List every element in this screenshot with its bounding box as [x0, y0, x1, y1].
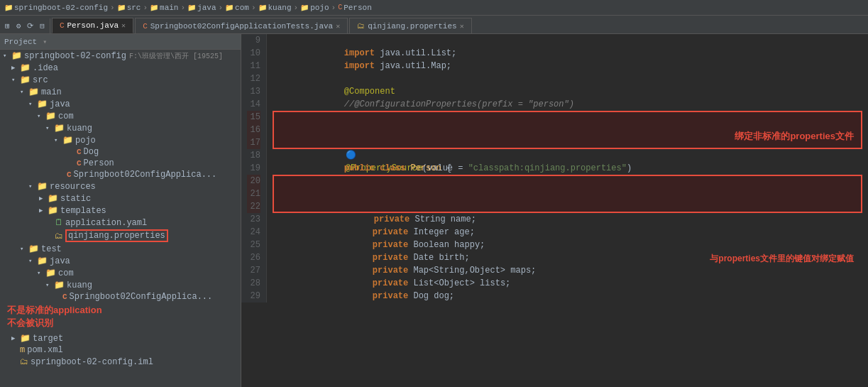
- tree-java[interactable]: ▾ 📁 java: [0, 98, 241, 110]
- tree-person-label: Person: [84, 158, 114, 168]
- project-tree-icon[interactable]: ⊞: [3, 21, 12, 31]
- breadcrumb-bar: 📁 springboot-02-config › 📁 src › 📁 main …: [0, 0, 868, 16]
- main-layout: Project ▾ ▾ 📁 springboot-02-config F:\班级…: [0, 34, 868, 387]
- breadcrumb-root[interactable]: springboot-02-config: [14, 4, 108, 12]
- tree-pojo[interactable]: ▾ 📁 pojo: [0, 134, 241, 146]
- tree-test-springboot[interactable]: ▶ C Springboot02ConfigApplica...: [0, 291, 241, 302]
- collapse-icon[interactable]: ⊟: [38, 21, 47, 31]
- tree-test-com-arrow: ▾: [37, 269, 45, 277]
- tree-title: Project: [4, 38, 37, 46]
- tree-com[interactable]: ▾ 📁 com: [0, 110, 241, 122]
- tree-java-folder-icon: 📁: [37, 99, 48, 109]
- tree-dog[interactable]: ▶ C Dog: [0, 146, 241, 158]
- tree-header: Project ▾: [0, 34, 241, 50]
- code-line-14: 💡: [273, 98, 862, 111]
- annotation-not-recognized-text: 不会被识别: [7, 317, 53, 328]
- tab-prop-close[interactable]: ✕: [460, 22, 464, 31]
- sync-icon[interactable]: ⟳: [25, 21, 35, 31]
- tree-idea[interactable]: ▶ 📁 .idea: [0, 62, 241, 74]
- tab-qinjiang-properties[interactable]: 🗂 qinjiang.properties ✕: [349, 18, 471, 33]
- tree-test-sb-icon: C: [62, 293, 67, 301]
- tree-app-yaml[interactable]: ▶ 🗒 application.yaml: [0, 217, 241, 229]
- tree-test-com[interactable]: ▾ 📁 com: [0, 267, 241, 279]
- tree-yaml-label: application.yaml: [65, 218, 147, 228]
- ln-10: 10: [247, 47, 260, 60]
- tree-root-path: F:\班级管理\西开 [19525]: [129, 51, 223, 61]
- tree-qinjiang-prop[interactable]: ▶ 🗂 qinjiang.properties: [0, 229, 241, 243]
- tab-person-java[interactable]: C Person.java ✕: [52, 18, 133, 33]
- tree-dog-label: Dog: [84, 147, 99, 157]
- tree-test-com-icon: 📁: [45, 268, 56, 278]
- toolbar-icons: ⊞ ⚙ ⟳ ⊟: [0, 18, 50, 33]
- ln-19: 19: [247, 162, 260, 175]
- code-line-12: @Component: [273, 72, 862, 85]
- code-line-20: //SPEL表达式取出配置文件的值: [273, 175, 862, 187]
- tab-tests-icon: C: [143, 22, 148, 31]
- tree-target[interactable]: ▶ 📁 target: [0, 332, 241, 344]
- tree-test-java[interactable]: ▾ 📁 java: [0, 255, 241, 267]
- tree-static-label: static: [60, 194, 91, 204]
- breadcrumb-pojo-icon: 📁: [300, 4, 309, 12]
- code-editor[interactable]: 9 10 11 12 13 14 15 16 17 18 19 20 21 22: [241, 34, 868, 302]
- breadcrumb-person[interactable]: Person: [344, 4, 372, 12]
- tree-root[interactable]: ▾ 📁 springboot-02-config F:\班级管理\西开 [195…: [0, 50, 241, 62]
- ln-28: 28: [247, 277, 260, 290]
- tab-tests-close[interactable]: ✕: [336, 22, 340, 31]
- tab-springboot-tests[interactable]: C Springboot02ConfigApplicationTests.jav…: [135, 18, 348, 33]
- breadcrumb-src-icon: 📁: [117, 4, 126, 12]
- ln-16: 16: [247, 124, 260, 136]
- gear-icon[interactable]: ⚙: [14, 21, 23, 31]
- tree-com-icon: 📁: [45, 111, 56, 121]
- ln-13: 13: [247, 85, 260, 98]
- code-line-25: private Date birth;: [273, 239, 862, 251]
- code-line-17: 🔵 @PropertySource(value = "classpath:qin…: [273, 136, 862, 149]
- tree-test[interactable]: ▾ 📁 test: [0, 243, 241, 255]
- breadcrumb-src[interactable]: src: [127, 4, 141, 12]
- tab-bar: ⊞ ⚙ ⟳ ⊟ C Person.java ✕ C Springboot02Co…: [0, 16, 868, 34]
- tree-iml[interactable]: ▶ 🗂 springboot-02-config.iml: [0, 356, 241, 368]
- tree-static[interactable]: ▶ 📁 static: [0, 192, 241, 205]
- tree-test-icon: 📁: [28, 244, 39, 254]
- tree-test-kuang-arrow: ▾: [45, 281, 54, 289]
- breadcrumb-pojo[interactable]: pojo: [310, 4, 329, 12]
- tab-prop-label: qinjiang.properties: [368, 22, 456, 31]
- breadcrumb-main-icon: 📁: [150, 4, 158, 12]
- tree-person[interactable]: ▶ C Person: [0, 158, 241, 169]
- tree-src[interactable]: ▾ 📁 src: [0, 74, 241, 86]
- code-line-11: [273, 60, 862, 72]
- breadcrumb-main[interactable]: main: [160, 4, 178, 12]
- breadcrumb-java[interactable]: java: [197, 4, 216, 12]
- tree-kuang[interactable]: ▾ 📁 kuang: [0, 122, 241, 134]
- code-lines: import java.util.List; import java.util.…: [267, 34, 868, 302]
- tree-test-sb-label: Springboot02ConfigApplica...: [70, 292, 213, 302]
- tree-main[interactable]: ▾ 📁 main: [0, 86, 241, 98]
- tree-idea-arrow: ▶: [11, 64, 20, 72]
- tree-test-arrow: ▾: [20, 245, 28, 253]
- tree-test-java-arrow: ▾: [28, 257, 37, 265]
- breadcrumb-java-icon: 📁: [187, 4, 196, 12]
- ln-25: 25: [247, 239, 260, 251]
- tree-templates[interactable]: ▶ 📁 templates: [0, 205, 241, 217]
- tab-java-icon: C: [60, 21, 65, 30]
- tree-header-arrow: ▾: [43, 38, 47, 46]
- tree-target-icon: 📁: [20, 333, 31, 344]
- breadcrumb-kuang[interactable]: kuang: [268, 4, 292, 12]
- tree-src-arrow: ▾: [11, 76, 20, 84]
- tree-test-kuang[interactable]: ▾ 📁 kuang: [0, 279, 241, 291]
- tree-kuang-arrow: ▾: [45, 124, 54, 132]
- tab-person-close[interactable]: ✕: [121, 21, 126, 30]
- project-tree[interactable]: Project ▾ ▾ 📁 springboot-02-config F:\班级…: [0, 34, 241, 387]
- code-line-28: private Dog dog;: [273, 277, 862, 290]
- code-line-10: import java.util.Map;: [273, 47, 862, 60]
- tree-test-com-label: com: [58, 268, 74, 278]
- tree-templates-icon: 📁: [48, 205, 58, 216]
- ln-14: 14: [247, 98, 260, 111]
- tree-resources[interactable]: ▾ 📁 resources: [0, 180, 241, 192]
- tree-src-icon: 📁: [20, 75, 31, 85]
- breadcrumb-com[interactable]: com: [235, 4, 249, 12]
- annotation-not-standard-text: 不是标准的application: [7, 305, 102, 315]
- tree-springboot-app[interactable]: ▶ C Springboot02ConfigApplica...: [0, 169, 241, 180]
- tree-pom[interactable]: ▶ m pom.xml: [0, 344, 241, 356]
- tree-kuang-icon: 📁: [54, 123, 65, 133]
- tree-root-folder-icon: 📁: [11, 50, 22, 61]
